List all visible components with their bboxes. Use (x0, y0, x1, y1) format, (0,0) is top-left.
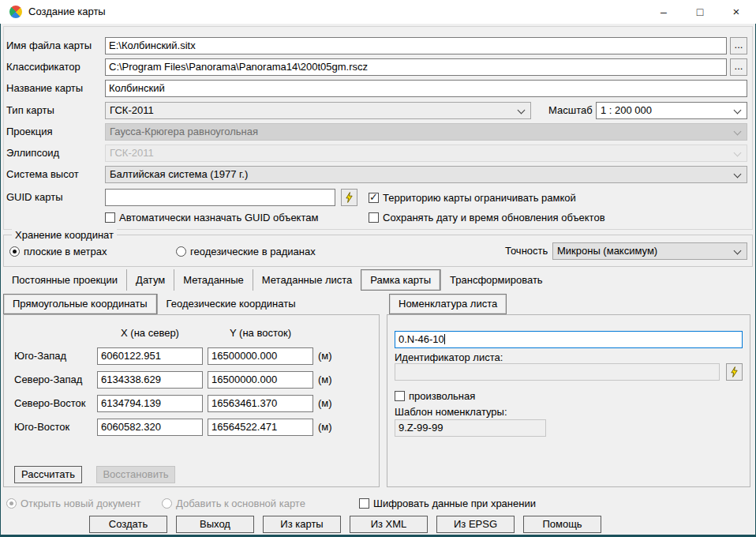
coords-sw-x-input[interactable]: 6060122.951 (97, 347, 203, 365)
arbitrary-label: произвольная (409, 390, 475, 402)
classifier-label: Классификатор (6, 58, 80, 76)
coordinate-tab-strip: Прямоугольные координаты Геодезические к… (3, 294, 305, 314)
coords-se-x-value: 6060582.320 (101, 421, 161, 433)
coords-nw-y-value: 16500000.000 (211, 374, 277, 385)
chevron-down-icon (734, 171, 742, 178)
add-to-main-radio-row: Добавить к основной карте (162, 497, 305, 509)
auto-guid-checkbox[interactable] (105, 212, 115, 223)
auto-guid-checkbox-row[interactable]: Автоматически назначать GUID объектам (105, 211, 318, 223)
tab-metadata[interactable]: Метаданные (174, 269, 253, 291)
window-title: Создание карты (28, 0, 106, 24)
generate-sheet-id-button[interactable] (726, 363, 743, 381)
restore-button: Восстановить (96, 466, 175, 483)
encrypt-checkbox[interactable] (359, 498, 369, 509)
template-field: 9.Z-99-99 (395, 419, 546, 437)
precision-select[interactable]: Микроны (максимум) (552, 242, 747, 260)
map-creation-dialog: Создание карты – □ × Имя файла карты E:\… (0, 0, 756, 537)
coords-ne-x-input[interactable]: 6134794.139 (97, 395, 203, 412)
coords-row-label: Юго-Восток (14, 419, 69, 436)
from-epsg-button[interactable]: Из EPSG (436, 516, 515, 533)
template-value: 9.Z-99-99 (399, 422, 443, 434)
minimize-button[interactable]: – (646, 0, 682, 24)
projection-value: Гаусса-Крюгера равноугольная (110, 126, 258, 137)
tab-sheet-metadata[interactable]: Метаданные листа (253, 269, 361, 291)
title-bar: Создание карты – □ × (0, 0, 756, 24)
arbitrary-checkbox-row[interactable]: произвольная (395, 389, 475, 402)
chevron-down-icon (734, 107, 742, 115)
chevron-down-icon (734, 149, 742, 157)
text-caret (444, 334, 445, 344)
sheet-tab-strip: Номенклатура листа (389, 294, 507, 314)
encrypt-label: Шифровать данные при хранении (373, 498, 536, 509)
from-map-button[interactable]: Из карты (263, 516, 341, 533)
geodesic-radians-radio-row[interactable]: геодезические в радианах (176, 245, 316, 257)
coords-sw-y-value: 16500000.000 (211, 350, 277, 362)
height-system-label: Система высот (6, 166, 79, 183)
classifier-input[interactable]: C:\Program Files\Panorama\Panorama14\200… (105, 58, 727, 76)
tab-constant-projections[interactable]: Постоянные проекции (3, 269, 126, 291)
save-datetime-checkbox-row[interactable]: Сохранять дату и время обновления объект… (369, 211, 605, 223)
coords-sw-y-input[interactable]: 16500000.000 (208, 347, 313, 365)
generate-guid-button[interactable] (341, 189, 357, 206)
ellipsoid-select: ГСК-2011 (105, 145, 747, 162)
coords-ne-y-input[interactable]: 16563461.370 (208, 395, 313, 412)
file-browse-button[interactable]: ... (730, 37, 747, 54)
scale-select[interactable]: 1 : 200 000 (596, 102, 747, 119)
tab-map-frame[interactable]: Рамка карты (361, 269, 440, 291)
frame-limit-checkbox-row[interactable]: Территорию карты ограничивать рамкой (369, 191, 576, 204)
coords-se-y-input[interactable]: 16564522.471 (208, 419, 313, 436)
chevron-down-icon (734, 247, 742, 255)
height-system-value: Балтийская система (1977 г.) (110, 168, 248, 180)
unit-label: (м) (318, 371, 332, 389)
coords-header-x: X (на север) (97, 327, 203, 340)
encrypt-checkbox-row[interactable]: Шифровать данные при хранении (359, 497, 536, 509)
arbitrary-checkbox[interactable] (395, 391, 405, 401)
geodesic-radians-label: геодезические в радианах (190, 246, 316, 257)
coords-nw-x-input[interactable]: 6134338.629 (97, 371, 203, 389)
guid-input[interactable] (105, 189, 335, 206)
nomenclature-input[interactable]: 0.N-46-10 (395, 331, 743, 348)
from-xml-button[interactable]: Из XML (350, 516, 428, 533)
auto-guid-label: Автоматически назначать GUID объектам (119, 212, 318, 223)
geodesic-radians-radio[interactable] (176, 246, 186, 257)
map-name-input[interactable]: Колбинский (105, 80, 747, 97)
lightning-icon (730, 366, 739, 377)
classifier-browse-button[interactable]: ... (730, 58, 747, 76)
close-button[interactable]: × (718, 0, 754, 24)
scale-label: Масштаб (548, 102, 593, 119)
map-type-label: Тип карты (6, 102, 54, 119)
save-datetime-label: Сохранять дату и время обновления объект… (383, 212, 605, 223)
maximize-button[interactable]: □ (682, 0, 718, 24)
tab-geodesic-coords[interactable]: Геодезические координаты (157, 294, 305, 314)
tab-transform[interactable]: Трансформировать (440, 269, 552, 291)
frame-limit-checkbox[interactable] (369, 193, 379, 203)
lightning-icon (345, 192, 354, 203)
calculate-button[interactable]: Рассчитать (14, 466, 82, 483)
map-name-label: Название карты (6, 80, 83, 97)
height-system-select[interactable]: Балтийская система (1977 г.) (105, 166, 747, 183)
help-button[interactable]: Помощь (523, 516, 601, 533)
flat-meters-radio-row[interactable]: плоские в метрах (9, 245, 107, 257)
exit-button[interactable]: Выход (176, 516, 254, 533)
ellipsoid-value: ГСК-2011 (110, 147, 154, 159)
projection-select: Гаусса-Крюгера равноугольная (105, 123, 747, 141)
file-name-label: Имя файла карты (6, 37, 92, 54)
unit-label: (м) (318, 419, 332, 436)
create-button[interactable]: Создать (89, 516, 167, 533)
flat-meters-radio[interactable] (9, 246, 20, 257)
coordinate-storage-title: Хранение координат (12, 229, 117, 241)
tab-datum[interactable]: Датум (126, 269, 174, 291)
open-new-doc-radio-row: Открыть новый документ (6, 497, 141, 509)
tab-rectangular-coords[interactable]: Прямоугольные координаты (3, 294, 157, 314)
coords-row-label: Северо-Запад (14, 371, 82, 389)
tab-sheet-nomenclature[interactable]: Номенклатура листа (389, 294, 507, 314)
unit-label: (м) (318, 347, 332, 365)
map-type-select[interactable]: ГСК-2011 (105, 102, 531, 119)
coords-nw-y-input[interactable]: 16500000.000 (208, 371, 313, 389)
sheet-id-input (395, 363, 720, 381)
chevron-down-icon (518, 107, 526, 115)
coords-se-x-input[interactable]: 6060582.320 (97, 419, 203, 436)
save-datetime-checkbox[interactable] (369, 212, 379, 223)
coords-ne-x-value: 6134794.139 (101, 397, 161, 409)
file-name-input[interactable]: E:\Колбинский.sitx (105, 37, 727, 54)
